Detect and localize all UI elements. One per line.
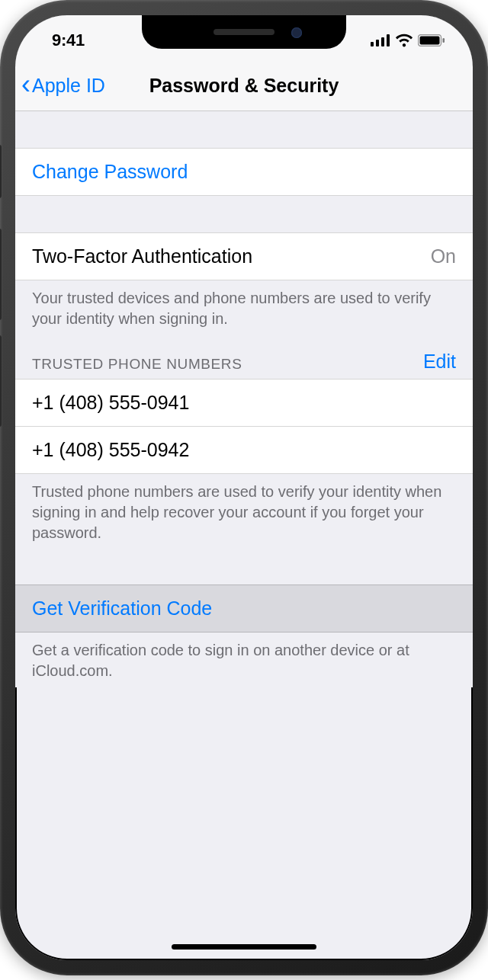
svg-rect-5 xyxy=(420,37,440,45)
change-password-label: Change Password xyxy=(32,161,188,182)
status-time: 9:41 xyxy=(40,26,85,50)
svg-rect-1 xyxy=(376,40,379,46)
content-area: Change Password Two-Factor Authenticatio… xyxy=(15,111,473,687)
speaker-grille xyxy=(214,29,274,35)
get-verification-code-cell[interactable]: Get Verification Code xyxy=(15,584,473,633)
trusted-number-row[interactable]: +1 (408) 555-0941 xyxy=(15,380,473,426)
trusted-numbers-list: +1 (408) 555-0941 +1 (408) 555-0942 xyxy=(15,379,473,474)
status-indicators xyxy=(371,29,448,47)
two-factor-cell[interactable]: Two-Factor Authentication On xyxy=(15,232,473,280)
svg-rect-0 xyxy=(371,42,374,46)
home-indicator[interactable] xyxy=(172,944,316,950)
notch xyxy=(142,15,346,49)
trusted-numbers-header-label: TRUSTED PHONE NUMBERS xyxy=(32,356,242,373)
back-button[interactable]: ‹ Apple ID xyxy=(21,72,105,100)
svg-rect-2 xyxy=(381,37,384,46)
trusted-numbers-footer: Trusted phone numbers are used to verify… xyxy=(15,474,473,549)
two-factor-value: On xyxy=(431,245,456,267)
chevron-left-icon: ‹ xyxy=(21,71,30,98)
wifi-icon xyxy=(395,34,413,47)
trusted-numbers-header: TRUSTED PHONE NUMBERS Edit xyxy=(15,335,473,379)
two-factor-label: Two-Factor Authentication xyxy=(32,245,252,267)
battery-icon xyxy=(418,34,445,46)
verification-footer: Get a verification code to sign in on an… xyxy=(15,633,473,687)
two-factor-footer: Your trusted devices and phone numbers a… xyxy=(15,280,473,335)
phone-frame: 9:41 ‹ xyxy=(0,0,488,975)
edit-button[interactable]: Edit xyxy=(423,351,456,373)
screen: 9:41 ‹ xyxy=(15,15,473,960)
front-camera xyxy=(291,27,302,38)
trusted-number-row[interactable]: +1 (408) 555-0942 xyxy=(15,426,473,473)
svg-rect-3 xyxy=(387,34,390,46)
get-verification-code-label: Get Verification Code xyxy=(32,597,212,619)
svg-rect-6 xyxy=(443,38,445,43)
change-password-cell[interactable]: Change Password xyxy=(15,148,473,196)
page-title: Password & Security xyxy=(149,75,339,97)
back-button-label: Apple ID xyxy=(32,75,105,97)
cellular-icon xyxy=(371,34,390,46)
navigation-bar: ‹ Apple ID Password & Security xyxy=(15,61,473,111)
